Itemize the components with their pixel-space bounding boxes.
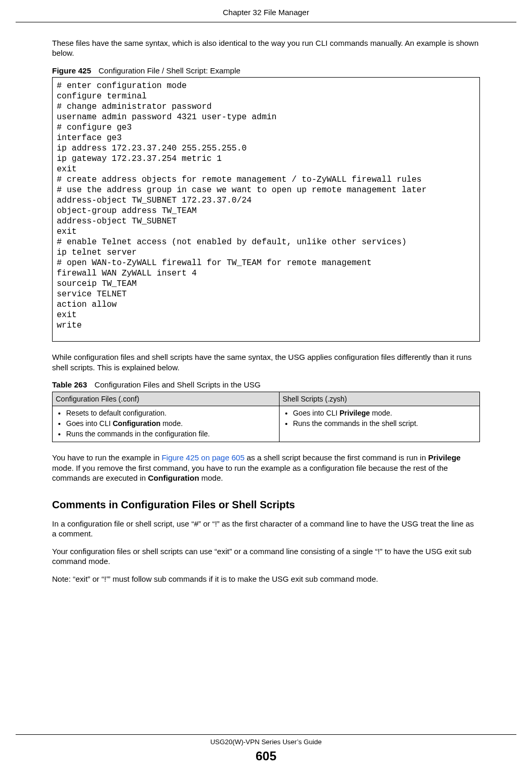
table-caption: Table 263 Configuration Files and Shell … <box>52 380 480 390</box>
after-figure-text: While configuration files and shell scri… <box>52 352 480 372</box>
table-header-cell: Shell Scripts (.zysh) <box>279 392 479 406</box>
table-caption-text: Configuration Files and Shell Scripts in… <box>94 380 260 389</box>
page-content: These files have the same syntax, which … <box>0 38 532 713</box>
section-heading: Comments in Configuration Files or Shell… <box>52 498 480 511</box>
list-item: Goes into CLI Privilege mode. <box>293 408 476 418</box>
table-header-cell: Configuration Files (.conf) <box>53 392 280 406</box>
divider <box>16 22 516 22</box>
table-header-row: Configuration Files (.conf) Shell Script… <box>53 392 480 406</box>
list-item: Runs the commands in the shell script. <box>293 419 476 428</box>
page-number: 605 <box>0 748 532 764</box>
list-item: Resets to default configuration. <box>66 408 276 418</box>
table-label: Table 263 <box>52 380 92 389</box>
table-row: Resets to default configuration. Goes in… <box>53 406 480 442</box>
note-text: Note: “exit” or “!'” must follow sub com… <box>52 574 480 584</box>
figure-caption-text: Configuration File / Shell Script: Examp… <box>98 66 240 75</box>
table-cell: Goes into CLI Privilege mode. Runs the c… <box>279 406 479 442</box>
table-cell: Resets to default configuration. Goes in… <box>53 406 280 442</box>
page-header: Chapter 32 File Manager <box>0 7 532 22</box>
divider <box>16 734 516 735</box>
intro-text: These files have the same syntax, which … <box>52 38 480 58</box>
comparison-table: Configuration Files (.conf) Shell Script… <box>52 392 480 443</box>
body-text: In a configuration file or shell script,… <box>52 519 480 539</box>
after-table-text: You have to run the example in Figure 42… <box>52 453 480 483</box>
list-item: Goes into CLI Configuration mode. <box>66 419 276 428</box>
list-item: Runs the commands in the configuration f… <box>66 429 276 439</box>
figure-caption: Figure 425 Configuration File / Shell Sc… <box>52 66 480 76</box>
body-text: Your configuration files or shell script… <box>52 546 480 567</box>
code-example: # enter configuration mode configure ter… <box>52 77 480 342</box>
page-footer: USG20(W)-VPN Series User’s Guide <box>0 738 532 747</box>
figure-label: Figure 425 <box>52 66 96 75</box>
figure-link[interactable]: Figure 425 on page 605 <box>161 453 244 462</box>
